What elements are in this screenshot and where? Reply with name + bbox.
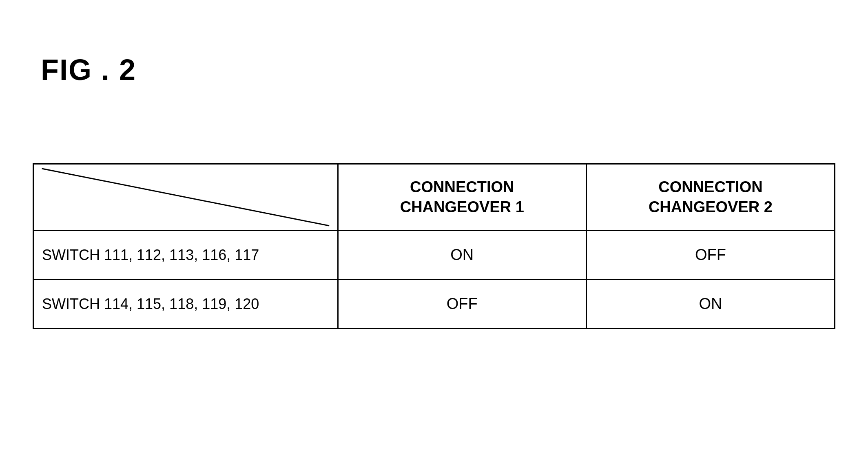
table-row: SWITCH 114, 115, 118, 119, 120 OFF ON: [33, 280, 835, 329]
page: FIG . 2 CONNECTIONCHANGEOVER 1: [0, 0, 868, 458]
header-changeover1-text: CONNECTIONCHANGEOVER 1: [400, 178, 524, 216]
switch-table: CONNECTIONCHANGEOVER 1 CONNECTIONCHANGEO…: [33, 163, 835, 329]
switch-row2-label: SWITCH 114, 115, 118, 119, 120: [33, 280, 338, 329]
switch-row1-label: SWITCH 111, 112, 113, 116, 117: [33, 231, 338, 280]
switch-row2-changeover1: OFF: [338, 280, 586, 329]
table-container: CONNECTIONCHANGEOVER 1 CONNECTIONCHANGEO…: [33, 163, 835, 329]
svg-line-0: [42, 169, 330, 226]
header-changeover2: CONNECTIONCHANGEOVER 2: [586, 164, 835, 231]
header-changeover2-text: CONNECTIONCHANGEOVER 2: [649, 178, 773, 216]
switch-row2-changeover2: ON: [586, 280, 835, 329]
header-diagonal-cell: [33, 164, 338, 231]
switch-row1-changeover2: OFF: [586, 231, 835, 280]
header-changeover1: CONNECTIONCHANGEOVER 1: [338, 164, 586, 231]
switch-row1-changeover1: ON: [338, 231, 586, 280]
figure-title: FIG . 2: [41, 53, 136, 87]
table-row: SWITCH 111, 112, 113, 116, 117 ON OFF: [33, 231, 835, 280]
